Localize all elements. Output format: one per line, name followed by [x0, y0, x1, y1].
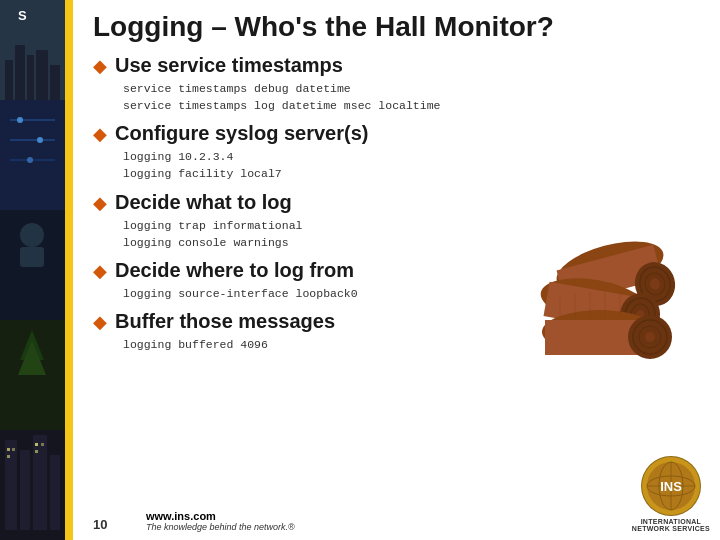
svg-rect-24	[50, 455, 60, 530]
log-illustration	[510, 222, 690, 362]
bullet-title-2: Configure syslog server(s)	[115, 122, 368, 145]
svg-rect-4	[27, 55, 34, 100]
slide-container: S	[0, 0, 720, 540]
svg-rect-7	[0, 100, 65, 210]
code-block-2: logging 10.2.3.4 logging facility local7	[123, 148, 500, 183]
code-line-1-2: service timestamps log datetime msec loc…	[123, 97, 500, 114]
svg-text:INS: INS	[660, 479, 682, 494]
code-block-3: logging trap informational logging conso…	[123, 217, 500, 252]
bullet-section-1: ◆ Use service timestamps service timesta…	[93, 54, 500, 115]
svg-rect-27	[7, 455, 10, 458]
svg-rect-26	[12, 448, 15, 451]
bullet-section-3: ◆ Decide what to log logging trap inform…	[93, 191, 500, 252]
svg-rect-5	[36, 50, 48, 100]
slide-footer: www.ins.com The knowledge behind the net…	[146, 456, 710, 532]
svg-rect-16	[20, 247, 44, 267]
bullet-title-1: Use service timestamps	[115, 54, 343, 77]
svg-rect-2	[5, 60, 13, 100]
bullet-diamond-2: ◆	[93, 123, 107, 145]
svg-point-15	[20, 223, 44, 247]
bullet-section-2: ◆ Configure syslog server(s) logging 10.…	[93, 122, 500, 183]
ins-logo-svg: INS	[641, 456, 701, 516]
footer-url: www.ins.com	[146, 510, 295, 522]
code-line-3-1: logging trap informational	[123, 217, 500, 234]
svg-rect-28	[35, 443, 38, 446]
slide-letter: S	[18, 8, 27, 23]
bullet-header-5: ◆ Buffer those messages	[93, 310, 500, 333]
svg-point-13	[27, 157, 33, 163]
code-line-4-1: logging source-interface loopback0	[123, 285, 500, 302]
ins-logo: INS INTERNATIONALNETWORK SERVICES	[632, 456, 710, 532]
bullet-diamond-4: ◆	[93, 260, 107, 282]
svg-point-12	[37, 137, 43, 143]
footer-info: www.ins.com The knowledge behind the net…	[146, 510, 295, 532]
bullet-diamond-5: ◆	[93, 311, 107, 333]
code-line-5-1: logging buffered 4096	[123, 336, 500, 353]
svg-rect-3	[15, 45, 25, 100]
bullet-diamond-3: ◆	[93, 192, 107, 214]
bullet-title-3: Decide what to log	[115, 191, 292, 214]
ins-subtitle: INTERNATIONALNETWORK SERVICES	[632, 518, 710, 532]
ins-logo-circle: INS	[641, 456, 701, 516]
code-line-1-1: service timestamps debug datetime	[123, 80, 500, 97]
svg-rect-23	[33, 435, 47, 530]
code-line-3-2: logging console warnings	[123, 234, 500, 251]
code-block-4: logging source-interface loopback0	[123, 285, 500, 302]
bullet-header-1: ◆ Use service timestamps	[93, 54, 500, 77]
svg-rect-29	[41, 443, 44, 446]
bullet-header-4: ◆ Decide where to log from	[93, 259, 500, 282]
left-sidebar: S	[0, 0, 65, 540]
bullet-section-4: ◆ Decide where to log from logging sourc…	[93, 259, 500, 302]
svg-rect-21	[5, 440, 17, 530]
sidebar-decoration	[0, 0, 65, 540]
bullet-header-3: ◆ Decide what to log	[93, 191, 500, 214]
svg-rect-25	[7, 448, 10, 451]
footer-tagline: The knowledge behind the network.®	[146, 522, 295, 532]
svg-rect-22	[20, 450, 30, 530]
code-block-1: service timestamps debug datetime servic…	[123, 80, 500, 115]
bullet-header-2: ◆ Configure syslog server(s)	[93, 122, 500, 145]
bullet-section-5: ◆ Buffer those messages logging buffered…	[93, 310, 500, 353]
svg-point-48	[645, 332, 655, 342]
svg-rect-6	[50, 65, 60, 100]
code-line-2-1: logging 10.2.3.4	[123, 148, 500, 165]
slide-title: Logging – Who's the Hall Monitor?	[93, 10, 700, 44]
yellow-accent-bar	[65, 0, 73, 540]
svg-point-11	[17, 117, 23, 123]
logs-svg	[510, 222, 690, 362]
bullet-title-5: Buffer those messages	[115, 310, 335, 333]
main-content: Logging – Who's the Hall Monitor? ◆ Use …	[73, 0, 720, 540]
page-number: 10	[93, 517, 107, 532]
svg-rect-30	[35, 450, 38, 453]
code-line-2-2: logging facility local7	[123, 165, 500, 182]
bullet-diamond-1: ◆	[93, 55, 107, 77]
code-block-5: logging buffered 4096	[123, 336, 500, 353]
bullet-title-4: Decide where to log from	[115, 259, 354, 282]
